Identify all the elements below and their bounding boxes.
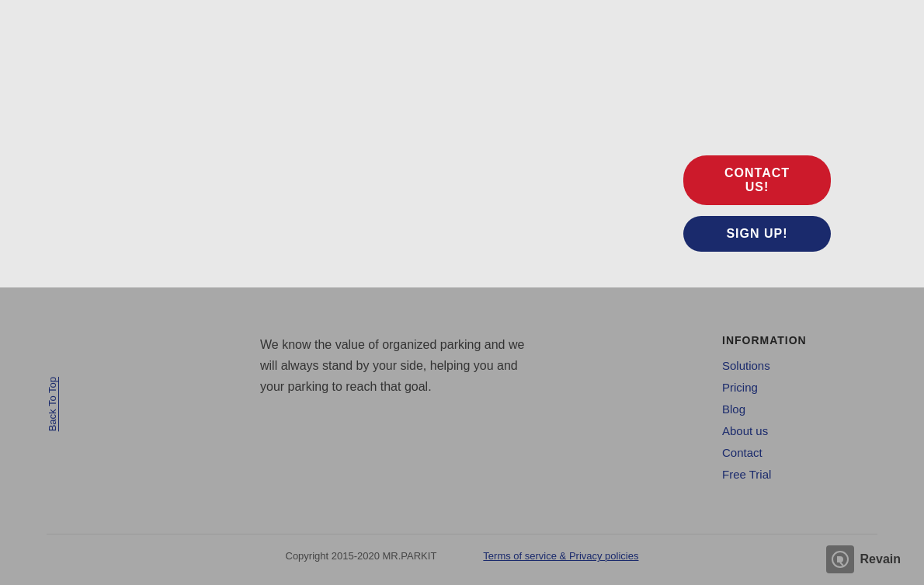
list-item: Free Trial: [722, 468, 877, 482]
footer-bottom: Copyright 2015-2020 MR.PARKIT Terms of s…: [47, 550, 877, 562]
footer-section: Back To Top We know the value of organiz…: [0, 287, 924, 585]
copyright-text: Copyright 2015-2020 MR.PARKIT: [286, 550, 437, 562]
list-item: Pricing: [722, 381, 877, 395]
contact-link[interactable]: Contact: [722, 446, 762, 459]
blog-link[interactable]: Blog: [722, 402, 745, 416]
free-trial-link[interactable]: Free Trial: [722, 468, 771, 481]
footer-info-title: INFORMATION: [722, 334, 877, 346]
footer-nav: Solutions Pricing Blog About us Contact …: [722, 359, 877, 482]
cta-buttons-container: CONTACT US! SIGN UP!: [683, 155, 831, 252]
contact-us-button[interactable]: CONTACT US!: [683, 155, 831, 205]
footer-content: Back To Top We know the value of organiz…: [0, 287, 924, 497]
top-section: CONTACT US! SIGN UP!: [0, 0, 924, 287]
footer-info-section: INFORMATION Solutions Pricing Blog About…: [722, 334, 877, 482]
solutions-link[interactable]: Solutions: [722, 359, 770, 372]
revain-label: Revain: [860, 552, 901, 566]
footer-tagline: We know the value of organized parking a…: [260, 334, 540, 398]
back-to-top-link[interactable]: Back To Top: [47, 377, 58, 431]
pricing-link[interactable]: Pricing: [722, 381, 758, 394]
list-item: Blog: [722, 402, 877, 416]
terms-link[interactable]: Terms of service & Privacy policies: [483, 550, 638, 562]
about-us-link[interactable]: About us: [722, 424, 768, 437]
list-item: Solutions: [722, 359, 877, 373]
revain-badge: Revain: [826, 545, 901, 573]
revain-icon: [826, 545, 854, 573]
sign-up-button[interactable]: SIGN UP!: [683, 216, 831, 252]
footer-divider: [47, 534, 877, 535]
list-item: Contact: [722, 446, 877, 460]
list-item: About us: [722, 424, 877, 438]
